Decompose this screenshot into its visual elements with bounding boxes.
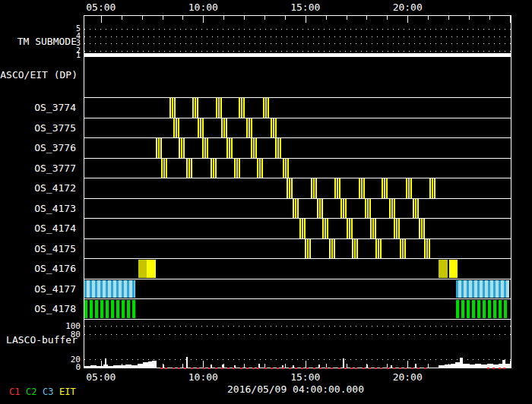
burst-cluster	[186, 159, 193, 178]
os-row-label: OS_4176	[34, 264, 76, 274]
tm-submode-bar	[84, 53, 511, 58]
burst-cluster	[251, 138, 258, 158]
burst-cluster	[179, 138, 185, 158]
buffer-spike	[391, 365, 392, 368]
buffer-area-segment	[119, 365, 125, 368]
tm-gridline	[84, 36, 511, 37]
buffer-area-segment	[138, 364, 143, 368]
burst-cluster	[347, 219, 353, 238]
burst-cluster	[334, 178, 341, 198]
burst-cluster	[192, 98, 199, 118]
burst-cluster	[173, 118, 180, 137]
buffer-gridline	[84, 334, 511, 335]
time-tick-top	[387, 16, 388, 20]
buffer-spike	[366, 365, 368, 368]
time-tick-top	[347, 16, 347, 20]
os-row-label: OS_4177	[34, 284, 76, 295]
buffer-gridline	[84, 326, 511, 327]
c1-zero-marker	[277, 368, 279, 369]
os-hatch-block	[456, 280, 509, 298]
plot-border-right	[511, 15, 511, 368]
os-row-label: OS_3775	[34, 123, 76, 134]
time-tick-top	[122, 16, 122, 20]
time-tick-top	[182, 16, 183, 20]
c1-zero-marker	[257, 368, 259, 369]
c1-zero-marker	[387, 368, 389, 369]
burst-cluster	[216, 98, 223, 118]
burst-cluster	[389, 199, 396, 218]
burst-cluster	[424, 239, 431, 258]
buffer-area-segment	[90, 365, 97, 368]
time-axis-label-top: 20:00	[393, 2, 423, 13]
os-row-label: OS_3776	[34, 143, 76, 153]
time-tick-bottom	[203, 361, 204, 368]
c1-zero-marker	[252, 368, 255, 369]
burst-cluster	[271, 118, 277, 137]
burst-cluster	[329, 239, 336, 258]
c1-zero-marker	[399, 368, 401, 369]
os-row-label: OS_4172	[34, 183, 76, 194]
os-block	[449, 260, 458, 278]
os-block	[439, 260, 448, 278]
buffer-area-segment	[451, 364, 456, 368]
tm-gridline	[84, 29, 511, 30]
c1-zero-marker	[215, 368, 217, 369]
c1-zero-marker	[417, 368, 420, 369]
burst-cluster	[226, 138, 233, 158]
time-tick-top	[448, 16, 449, 20]
buffer-area-segment	[113, 365, 119, 368]
burst-cluster	[275, 138, 282, 158]
c1-zero-marker	[264, 368, 267, 369]
c1-zero-marker	[295, 368, 297, 369]
row-separator	[84, 158, 511, 159]
burst-cluster	[400, 239, 407, 258]
c1-zero-marker	[191, 368, 193, 369]
buffer-spike	[105, 358, 106, 368]
os-row-label: OS_4178	[34, 304, 76, 314]
time-axis-label-bottom: 10:00	[188, 372, 218, 383]
tm-gridline	[84, 51, 511, 52]
c1-zero-marker	[411, 368, 413, 369]
buffer-scale-label: 80	[71, 330, 81, 339]
c1-zero-marker	[165, 368, 167, 369]
burst-cluster	[263, 98, 270, 118]
os-row-label: OS_3777	[34, 163, 76, 174]
time-tick-top	[428, 16, 429, 20]
burst-cluster	[169, 98, 176, 118]
burst-cluster	[322, 219, 329, 238]
row-separator	[84, 238, 511, 239]
burst-cluster	[394, 219, 401, 238]
time-tick-top	[223, 16, 224, 20]
time-axis-label-bottom: 05:00	[86, 372, 116, 383]
date-label: 2016/05/09 04:00:00.000	[227, 384, 364, 395]
time-tick-top	[264, 16, 265, 20]
c1-zero-marker	[184, 368, 186, 369]
row-separator	[84, 97, 511, 98]
time-axis-label-top: 15:00	[290, 2, 320, 13]
c1-zero-marker	[240, 368, 242, 369]
buffer-area-segment	[469, 365, 475, 368]
burst-cluster	[257, 159, 264, 178]
c1-zero-marker	[338, 368, 340, 369]
burst-cluster	[305, 239, 312, 258]
c1-zero-marker	[344, 368, 347, 369]
time-tick-top	[407, 16, 408, 23]
time-tick-top	[366, 16, 367, 20]
burst-cluster	[293, 199, 299, 218]
buffer-area-segment	[131, 365, 138, 368]
time-tick-bottom	[428, 364, 429, 368]
soho-schedule-plot: TM SUBMODE LASCO/EIT (DP) LASCO-buffer 2…	[0, 0, 532, 404]
c1-zero-marker	[282, 368, 284, 369]
buffer-spike	[211, 365, 212, 368]
burst-cluster	[161, 159, 168, 178]
c1-zero-marker	[160, 368, 163, 369]
time-axis-label-bottom: 20:00	[393, 372, 423, 383]
time-tick-bottom	[407, 361, 408, 368]
buffer-area-segment	[152, 361, 157, 368]
c1-zero-marker	[301, 368, 303, 369]
legend-item-eit: EIT	[59, 387, 76, 397]
burst-cluster	[382, 178, 388, 198]
buffer-area-segment	[463, 364, 469, 368]
os-row-label: OS_4174	[34, 223, 76, 234]
c1-zero-marker	[369, 368, 371, 369]
